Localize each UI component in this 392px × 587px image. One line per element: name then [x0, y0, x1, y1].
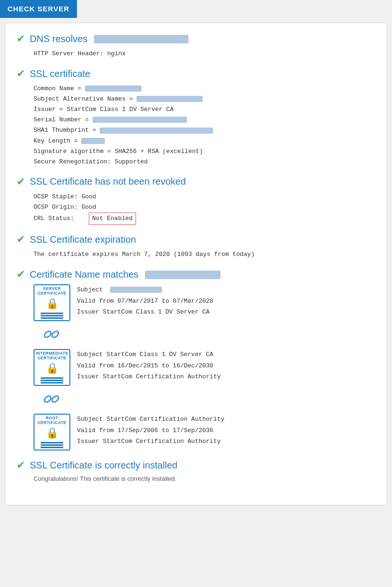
- crl-status-row: CRL Status: Not Enabled: [34, 213, 375, 225]
- server-cert-subject-row: Subject: [77, 284, 213, 295]
- san-blurred: [136, 96, 203, 102]
- dns-blurred-value: [94, 35, 188, 43]
- server-cert-valid-row: Valid from 07/Mar/2017 to 07/Mar/2020: [77, 296, 213, 306]
- name-matches-check-icon: ✔: [17, 268, 25, 281]
- expiration-content: The certificate expires March 7, 2020 (1…: [34, 249, 375, 260]
- revoked-title-row: ✔ SSL Certificate has not been revoked: [17, 176, 375, 188]
- revoked-content: OCSP Staple: Good OCSP Origin: Good CRL …: [34, 192, 375, 225]
- name-matches-title-row: ✔ Certificate Name matches: [17, 268, 375, 281]
- root-cert-badge: ROOT CERTIFICATE 🔒: [34, 414, 70, 451]
- root-cert-valid-row: Valid from 17/Sep/2006 to 17/Sep/2036: [77, 425, 224, 436]
- svg-point-3: [51, 395, 60, 403]
- server-cert-badge: SERVER CERTIFICATE 🔒: [34, 284, 70, 321]
- congratulations-message: Congratulations! This certificate is cor…: [34, 475, 375, 482]
- expiration-check-icon: ✔: [17, 233, 25, 246]
- revoked-check-icon: ✔: [17, 176, 25, 188]
- expiration-title-row: ✔ SSL Certificate expiration: [17, 233, 375, 246]
- crl-value-box: Not Enabled: [89, 213, 136, 225]
- root-cert-info: Subject StartCom Certification Authority…: [77, 414, 224, 447]
- sha1-blurred: [100, 128, 213, 134]
- common-name-blurred: [85, 85, 142, 92]
- ssl-cert-check-icon: ✔: [17, 68, 25, 80]
- common-name-row: Common Name =: [34, 84, 375, 94]
- expiration-message: The certificate expires March 7, 2020 (1…: [34, 251, 255, 258]
- server-cert-subject-blurred: [110, 287, 162, 293]
- root-cert-lines: [41, 441, 63, 449]
- server-cert-card: SERVER CERTIFICATE 🔒 Subject Valid from …: [34, 284, 375, 321]
- chain-link-svg-1: [41, 324, 62, 345]
- cert-chain-container: SERVER CERTIFICATE 🔒 Subject Valid from …: [34, 284, 375, 451]
- svg-point-1: [51, 330, 60, 339]
- header-bar[interactable]: CHECK SERVER: [0, 0, 77, 18]
- intermediate-cert-lock-icon: 🔒: [46, 362, 59, 374]
- ocsp-staple-row: OCSP Staple: Good: [34, 192, 375, 202]
- intermediate-cert-subject-row: Subject StartCom Class 1 DV Server CA: [77, 349, 221, 360]
- dns-content: HTTP Server Header: nginx: [34, 49, 375, 59]
- serial-blurred: [93, 117, 187, 123]
- installed-section-title: SSL Certificate is correctly installed: [30, 460, 178, 471]
- chain-link-svg-2: [41, 389, 62, 409]
- chain-link-1: [41, 324, 375, 347]
- root-cert-badge-label: ROOT CERTIFICATE: [37, 416, 66, 425]
- intermediate-cert-issuer-row: Issuer StartCom Certification Authority: [77, 371, 221, 382]
- installed-check-icon: ✔: [17, 459, 25, 471]
- root-cert-card: ROOT CERTIFICATE 🔒 Subject StartCom Cert…: [34, 414, 375, 451]
- name-matches-section-title: Certificate Name matches: [30, 269, 221, 280]
- intermediate-cert-badge-label: INTERMEDIATE CERTIFICATE: [35, 351, 68, 360]
- dns-section-title: DNS resolves: [30, 34, 188, 44]
- expiration-section: ✔ SSL Certificate expiration The certifi…: [17, 233, 375, 260]
- expiration-section-title: SSL Certificate expiration: [30, 234, 136, 245]
- name-matches-blurred: [145, 271, 221, 279]
- intermediate-cert-info: Subject StartCom Class 1 DV Server CA Va…: [77, 349, 221, 382]
- crl-label: CRL Status:: [34, 215, 74, 222]
- dns-title-row: ✔ DNS resolves: [17, 33, 375, 45]
- dns-check-icon: ✔: [17, 33, 25, 45]
- renegotiation-row: Secure Renegotiation: Supported: [34, 157, 375, 167]
- check-server-button-label: CHECK SERVER: [8, 5, 69, 13]
- root-cert-subject-row: Subject StartCom Certification Authority: [77, 414, 224, 425]
- revoked-section-title: SSL Certificate has not been revoked: [30, 176, 186, 187]
- name-matches-section: ✔ Certificate Name matches SERVER CERTIF…: [17, 268, 375, 451]
- intermediate-cert-badge: INTERMEDIATE CERTIFICATE 🔒: [34, 349, 70, 386]
- ocsp-origin-row: OCSP Origin: Good: [34, 202, 375, 213]
- issuer-row: Issuer = StartCom Class 1 DV Server CA: [34, 104, 375, 115]
- server-cert-lines: [41, 312, 63, 320]
- svg-point-2: [43, 395, 52, 403]
- main-container: ✔ DNS resolves HTTP Server Header: nginx…: [5, 23, 387, 505]
- ssl-cert-content: Common Name = Subject Alternative Names …: [34, 84, 375, 167]
- ssl-cert-section: ✔ SSL certificate Common Name = Subject …: [17, 68, 375, 167]
- server-cert-lock-icon: 🔒: [46, 298, 59, 310]
- intermediate-cert-lines: [41, 376, 63, 384]
- ssl-cert-title-row: ✔ SSL certificate: [17, 68, 375, 80]
- server-cert-badge-label: SERVER CERTIFICATE: [37, 286, 66, 296]
- intermediate-cert-card: INTERMEDIATE CERTIFICATE 🔒 Subject Start…: [34, 349, 375, 386]
- san-row: Subject Alternative Names =: [34, 94, 375, 104]
- root-cert-issuer-row: Issuer StartCom Certification Authority: [77, 436, 224, 447]
- serial-row: Serial Number =: [34, 115, 375, 125]
- http-server-header: HTTP Server Header: nginx: [34, 50, 126, 57]
- root-cert-lock-icon: 🔒: [46, 427, 59, 439]
- key-length-row: Key Length =: [34, 136, 375, 146]
- ssl-cert-section-title: SSL certificate: [30, 68, 90, 79]
- intermediate-cert-valid-row: Valid from 16/Dec/2015 to 16/Dec/2030: [77, 360, 221, 371]
- revoked-section: ✔ SSL Certificate has not been revoked O…: [17, 176, 375, 225]
- installed-title-row: ✔ SSL Certificate is correctly installed: [17, 459, 375, 471]
- installed-section: ✔ SSL Certificate is correctly installed…: [17, 459, 375, 482]
- svg-point-0: [43, 330, 52, 339]
- key-length-blurred: [81, 138, 105, 144]
- sha1-row: SHA1 Thumbprint =: [34, 125, 375, 136]
- server-cert-info: Subject Valid from 07/Mar/2017 to 07/Mar…: [77, 284, 213, 317]
- dns-section: ✔ DNS resolves HTTP Server Header: nginx: [17, 33, 375, 59]
- signature-row: Signature algorithm = SHA256 + RSA (exce…: [34, 146, 375, 157]
- chain-link-2: [41, 389, 375, 412]
- server-cert-issuer-row: Issuer StartCom Class 1 DV Server CA: [77, 306, 213, 317]
